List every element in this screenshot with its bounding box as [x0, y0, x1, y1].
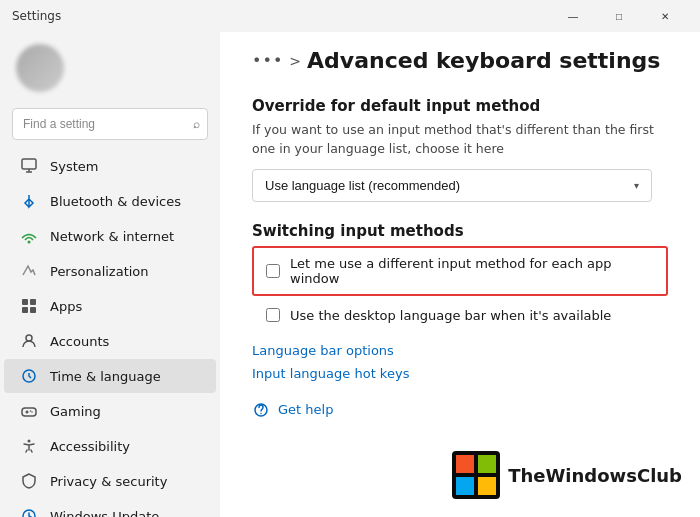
sidebar-item-network[interactable]: Network & internet [4, 219, 216, 253]
sidebar-item-gaming-label: Gaming [50, 404, 101, 419]
sidebar-item-accounts-label: Accounts [50, 334, 109, 349]
chevron-down-icon: ▾ [634, 180, 639, 191]
sidebar-item-accounts[interactable]: Accounts [4, 324, 216, 358]
dropdown-value: Use language list (recommended) [265, 178, 460, 193]
search-container: ⌕ [12, 108, 208, 140]
sidebar-item-time-label: Time & language [50, 369, 161, 384]
breadcrumb: ••• > Advanced keyboard settings [252, 32, 668, 81]
sidebar-item-personalization-label: Personalization [50, 264, 149, 279]
sidebar-item-gaming[interactable]: Gaming [4, 394, 216, 428]
sidebar-item-bluetooth[interactable]: Bluetooth & devices [4, 184, 216, 218]
minimize-button[interactable]: — [550, 0, 596, 32]
checkbox-row-2[interactable]: Use the desktop language bar when it's a… [252, 296, 668, 335]
titlebar: Settings — □ ✕ [0, 0, 700, 32]
sidebar-item-privacy[interactable]: Privacy & security [4, 464, 216, 498]
system-icon [20, 157, 38, 175]
avatar [16, 44, 64, 92]
svg-point-9 [28, 440, 31, 443]
sidebar-nav: System Bluetooth & devices Network & int… [0, 148, 220, 517]
sidebar-item-system-label: System [50, 159, 98, 174]
sidebar-item-accessibility[interactable]: Accessibility [4, 429, 216, 463]
switching-section: Switching input methods Let me use a dif… [252, 222, 668, 381]
personalization-icon [20, 262, 38, 280]
svg-point-6 [26, 335, 32, 341]
titlebar-title: Settings [12, 9, 550, 23]
window-controls: — □ ✕ [550, 0, 688, 32]
sidebar-item-personalization[interactable]: Personalization [4, 254, 216, 288]
get-help-label: Get help [278, 402, 333, 417]
accessibility-icon [20, 437, 38, 455]
profile-section [0, 32, 220, 104]
page-title: Advanced keyboard settings [307, 48, 660, 73]
maximize-button[interactable]: □ [596, 0, 642, 32]
svg-rect-3 [30, 299, 36, 305]
privacy-icon [20, 472, 38, 490]
time-icon [20, 367, 38, 385]
svg-rect-5 [30, 307, 36, 313]
network-icon [20, 227, 38, 245]
gaming-icon [20, 402, 38, 420]
close-button[interactable]: ✕ [642, 0, 688, 32]
svg-point-12 [260, 412, 262, 414]
language-bar-options-link[interactable]: Language bar options [252, 343, 668, 358]
svg-rect-4 [22, 307, 28, 313]
accounts-icon [20, 332, 38, 350]
sidebar-item-apps[interactable]: Apps [4, 289, 216, 323]
input-method-dropdown[interactable]: Use language list (recommended) ▾ [252, 169, 652, 202]
svg-rect-8 [22, 408, 36, 416]
sidebar-item-apps-label: Apps [50, 299, 82, 314]
update-icon [20, 507, 38, 517]
override-description: If you want to use an input method that'… [252, 121, 668, 159]
different-input-method-checkbox[interactable] [266, 264, 280, 278]
breadcrumb-dots[interactable]: ••• [252, 51, 283, 70]
override-section-title: Override for default input method [252, 97, 668, 115]
sidebar-item-network-label: Network & internet [50, 229, 174, 244]
desktop-language-bar-checkbox[interactable] [266, 308, 280, 322]
svg-rect-2 [22, 299, 28, 305]
search-input[interactable] [12, 108, 208, 140]
get-help[interactable]: Get help [252, 401, 668, 419]
bluetooth-icon [20, 192, 38, 210]
sidebar-item-bluetooth-label: Bluetooth & devices [50, 194, 181, 209]
sidebar-item-accessibility-label: Accessibility [50, 439, 130, 454]
apps-icon [20, 297, 38, 315]
svg-rect-0 [22, 159, 36, 169]
checkbox-row-1[interactable]: Let me use a different input method for … [252, 246, 668, 296]
override-section: Override for default input method If you… [252, 97, 668, 202]
input-language-hotkeys-link[interactable]: Input language hot keys [252, 366, 668, 381]
sidebar-item-time-language[interactable]: Time & language [4, 359, 216, 393]
switching-section-title: Switching input methods [252, 222, 668, 240]
svg-point-1 [28, 241, 31, 244]
sidebar-item-windows-update[interactable]: Windows Update [4, 499, 216, 517]
help-icon [252, 401, 270, 419]
app-body: ⌕ System Bluetooth & devices Network & i [0, 32, 700, 517]
sidebar-item-privacy-label: Privacy & security [50, 474, 167, 489]
breadcrumb-separator: > [289, 53, 301, 69]
checkbox-2-label: Use the desktop language bar when it's a… [290, 308, 611, 323]
checkbox-1-label: Let me use a different input method for … [290, 256, 654, 286]
sidebar-item-windows-update-label: Windows Update [50, 509, 159, 518]
sidebar: ⌕ System Bluetooth & devices Network & i [0, 32, 220, 517]
sidebar-item-system[interactable]: System [4, 149, 216, 183]
content-area: ••• > Advanced keyboard settings Overrid… [220, 32, 700, 517]
